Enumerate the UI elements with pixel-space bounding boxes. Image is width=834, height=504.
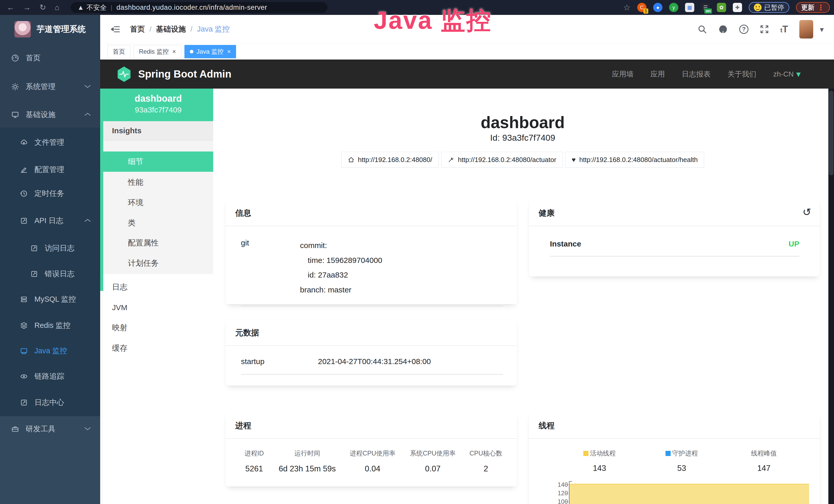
sidebar-item-mysql-monitor[interactable]: MySQL 监控 [0,291,100,307]
sidebar-item-java-monitor[interactable]: Java 监控 [0,343,100,359]
health-card-title: 健康 [539,208,554,217]
info-line: commit: [300,238,382,253]
user-avatar[interactable] [799,20,813,39]
metadata-card-body: startup 2021-04-27T00:44:31.254+08:00 [225,346,517,374]
actuator-url-chip[interactable]: http://192.168.0.2:48080/actuator [441,152,563,168]
breadcrumb-infrastructure[interactable]: 基础设施 [156,24,186,35]
database-icon [20,295,28,303]
fullscreen-icon[interactable] [760,25,769,34]
extensions-puzzle-icon[interactable]: ✚ [733,3,742,12]
health-url: http://192.168.0.2:48080/actuator/health [579,156,698,164]
sidebar-item-scheduled-jobs[interactable]: 定时任务 [0,185,100,202]
sba-nav-wallboard[interactable]: 应用墙 [612,69,634,79]
extension-pin-icon[interactable]: ● [653,3,662,12]
edit-square-icon [30,244,39,252]
security-label[interactable]: 不安全 [87,3,107,12]
sidebar-item-home[interactable]: 首页 [0,50,100,66]
process-col-pid: 进程ID 5261 [236,449,272,474]
instance-header[interactable]: dashboard 93a3fc7f7409 [103,89,213,121]
history-icon[interactable]: ↺ [803,206,811,218]
service-url-chip[interactable]: http://192.168.0.2:48080/ [342,152,439,168]
home-icon[interactable]: ⌂ [55,4,59,11]
search-icon[interactable] [698,25,707,34]
sidebar-item-redis-monitor[interactable]: Redis 监控 [0,317,100,334]
forward-icon[interactable]: → [23,4,31,11]
sba-menu-classes[interactable]: 类 [103,213,213,233]
tab-java-monitor[interactable]: Java 监控 × [184,45,236,58]
page-scrollbar-thumb[interactable] [829,91,833,175]
process-value: 6d 23h 15m 59s [272,464,342,474]
service-url: http://192.168.0.2:48080/ [358,156,432,164]
sba-body: dashboard 93a3fc7f7409 Insights 细节 性能 环境… [100,89,834,504]
process-table: 进程ID 5261 运行时间 6d 23h 15m 59s 进程CPU使用率 0… [225,439,517,474]
sidebar-fold-icon[interactable] [111,25,121,33]
extension-colorzilla-icon[interactable]: C 1 [637,3,646,12]
sba-menu-mappings[interactable]: 映射 [103,318,213,338]
sidebar-item-label: Redis 监控 [35,320,70,331]
sidebar-item-access-logs[interactable]: 访问日志 [0,240,100,256]
sba-brand-title[interactable]: Spring Boot Admin [138,68,232,80]
sidebar-item-tracing[interactable]: 链路追踪 [0,368,100,385]
chrome-update-button[interactable]: 更新 ⋮ [796,2,830,13]
close-icon[interactable]: × [227,48,231,55]
process-value: 5261 [236,464,272,474]
sba-menu-metrics[interactable]: 性能 [103,172,213,192]
sba-menu-caches[interactable]: 缓存 [103,338,213,359]
sidebar-item-error-logs[interactable]: 错误日志 [0,266,100,282]
sba-locale-select[interactable]: zh-CN ▾ [773,70,800,78]
extension-switch-icon[interactable]: ☰ on [701,3,710,12]
sba-menu-config-props[interactable]: 配置属性 [103,233,213,253]
sidebar-item-label: 研发工具 [26,424,56,434]
health-instance-row[interactable]: Instance UP [550,239,799,256]
font-size-icon[interactable]: tT [780,24,788,35]
sba-menu-details[interactable]: 细节 [103,152,213,172]
sba-nav-journal[interactable]: 日志报表 [682,69,711,79]
back-icon[interactable]: ← [7,4,14,11]
page-area: 首页 / 基础设施 / Java 监控 ? tT ▾ 首页 Redis 监控 × [100,15,834,504]
extension-leaf-icon[interactable]: ✿ [717,3,726,12]
extension-grid-icon[interactable]: ▦ [685,3,694,12]
reload-icon[interactable]: ↻ [40,4,46,11]
sidebar-item-dev-tools[interactable]: 研发工具 [0,421,100,437]
avatar-caret-icon[interactable]: ▾ [820,25,824,34]
profile-paused-button[interactable]: 已暂停 [749,2,789,13]
sba-nav-about[interactable]: 关于我们 [728,69,756,79]
close-icon[interactable]: × [172,48,176,55]
sidebar-scrollbar-green[interactable] [100,89,103,291]
sidebar-item-label: MySQL 监控 [35,294,76,304]
sidebar-item-file-management[interactable]: 文件管理 [0,134,100,151]
browser-menu-icon[interactable]: ⋮ [817,3,825,12]
sidebar-item-label: Java 监控 [35,346,67,356]
github-icon[interactable] [718,24,728,34]
sidebar-item-api-logs[interactable]: API 日志 [0,212,100,229]
sidebar-item-config-management[interactable]: 配置管理 [0,161,100,178]
health-url-chip[interactable]: ♥ http://192.168.0.2:48080/actuator/heal… [565,152,704,168]
legend-swatch-yellow [583,451,589,456]
annotation-java-monitor: Java 监控 [374,4,492,38]
bookmark-star-icon[interactable]: ☆ [623,3,631,12]
extension-y-icon[interactable]: y [669,3,678,12]
sidebar-item-infrastructure[interactable]: 基础设施 [0,107,100,123]
help-icon[interactable]: ? [739,25,748,34]
info-card: 信息 git commit: time: 1596289704000 id: 2… [225,200,517,304]
locale-label: zh-CN [773,70,794,78]
sba-menu-environment[interactable]: 环境 [103,192,213,213]
app-logo-row[interactable]: 芋道管理系统 [14,21,86,38]
page-url[interactable]: dashboard.yudao.iocoder.cn/infra/admin-s… [116,4,267,12]
sba-menu-scheduled-tasks[interactable]: 计划任务 [103,253,213,273]
info-line: time: 1596289704000 [300,253,382,268]
breadcrumb-home[interactable]: 首页 [130,24,145,35]
sidebar-item-system[interactable]: 系统管理 [0,78,100,95]
tab-home[interactable]: 首页 [107,45,130,58]
address-bar[interactable]: ▲ 不安全 | dashboard.yudao.iocoder.cn/infra… [71,2,328,13]
sba-nav-applications[interactable]: 应用 [651,69,665,79]
sidebar-item-log-center[interactable]: 日志中心 [0,394,100,411]
legend-daemon-threads: 守护进程 53 [641,449,723,473]
sidebar-item-label: API 日志 [35,216,63,226]
instance-page-id: Id: 93a3fc7f7409 [225,133,820,143]
sidebar-item-label: 系统管理 [26,82,56,92]
sba-menu-logging[interactable]: 日志 [103,277,213,297]
sba-menu-jvm[interactable]: JVM [103,297,213,318]
tab-redis-monitor[interactable]: Redis 监控 × [134,45,181,58]
app-logo [14,21,31,38]
